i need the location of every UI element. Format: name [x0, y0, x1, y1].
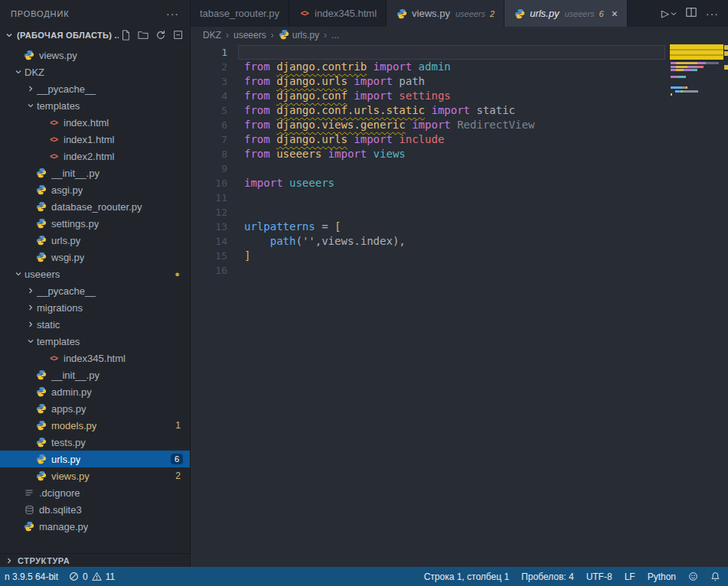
new-file-icon[interactable]	[120, 30, 131, 41]
tree-item-index1.html[interactable]: <>index1.html	[0, 131, 190, 148]
file-label: db.sqlite3	[39, 504, 82, 516]
line-number: 11	[191, 190, 227, 205]
tree-item-admin.py[interactable]: admin.py	[0, 383, 190, 400]
code-line-7[interactable]: 7from django.urls import include	[191, 132, 728, 147]
run-python-button[interactable]: ▷	[661, 8, 677, 19]
code-line-14[interactable]: 14 path('',views.index),	[191, 234, 728, 249]
line-number: 5	[191, 103, 227, 118]
tree-item-apps.py[interactable]: apps.py	[0, 400, 190, 417]
html-file-icon: <>	[299, 8, 310, 19]
encoding-status[interactable]: UTF-8	[586, 571, 612, 582]
indentation-status[interactable]: Пробелов: 4	[521, 571, 574, 582]
code-line-6[interactable]: 6from django.views.generic import Redire…	[191, 118, 728, 132]
collapse-all-icon[interactable]	[173, 30, 184, 41]
tree-item-asgi.py[interactable]: asgi.py	[0, 181, 190, 198]
html-file-icon: <>	[47, 133, 60, 145]
tree-item-index345.html[interactable]: <>index345.html	[0, 350, 190, 366]
new-folder-icon[interactable]	[138, 30, 149, 41]
tree-folder-templates[interactable]: templates	[0, 97, 190, 114]
feedback-icon[interactable]	[688, 571, 698, 581]
refresh-icon[interactable]	[155, 30, 166, 41]
tree-folder-useeers[interactable]: useeers●	[0, 265, 190, 282]
tab-title: tabase_roouter.py	[200, 8, 279, 19]
tree-folder-static[interactable]: static	[0, 316, 190, 333]
tab-urls.py[interactable]: urls.pyuseeers6×	[504, 0, 628, 27]
tree-item-views.py[interactable]: views.py	[0, 47, 190, 63]
tree-item-database_roouter.py[interactable]: database_roouter.py	[0, 198, 190, 215]
code-text: from django.conf.urls.static import stat…	[227, 103, 515, 118]
tree-item-__init__.py[interactable]: __init__.py	[0, 164, 190, 181]
file-label: index345.html	[64, 353, 126, 364]
python-file-icon	[514, 8, 525, 19]
outline-section-header[interactable]: СТРУКТУРА	[0, 553, 190, 567]
tree-item-urls.py[interactable]: urls.py6	[0, 451, 190, 467]
tree-item-__init__.py[interactable]: __init__.py	[0, 366, 190, 383]
tree-folder-__pycache__[interactable]: __pycache__	[0, 80, 190, 97]
workspace-section-header[interactable]: (РАБОЧАЯ ОБЛАСТЬ) ...	[0, 27, 190, 44]
file-label: views.py	[39, 50, 77, 61]
file-label: admin.py	[51, 386, 92, 398]
split-editor-icon[interactable]	[686, 7, 697, 21]
code-line-2[interactable]: 2from django.contrib import admin	[191, 60, 728, 74]
python-interpreter-status[interactable]: n 3.9.5 64-bit	[5, 571, 58, 582]
tree-item-tests.py[interactable]: tests.py	[0, 434, 190, 451]
file-label: index2.html	[64, 151, 114, 162]
code-line-16[interactable]: 16	[191, 263, 728, 278]
minimap-line	[671, 66, 704, 68]
line-number: 9	[191, 161, 227, 176]
code-text: from django.contrib import admin	[227, 60, 451, 74]
code-line-1[interactable]: 1	[191, 45, 728, 60]
tree-item-index.html[interactable]: <>index.html	[0, 114, 190, 131]
tab-index345.html[interactable]: <>index345.html	[289, 0, 387, 27]
editor-more-icon[interactable]: ···	[706, 8, 719, 20]
explorer-more-icon[interactable]: ···	[166, 8, 179, 20]
bell-icon[interactable]	[710, 571, 720, 581]
breadcrumb-item-...[interactable]: ...	[331, 30, 339, 41]
tree-item-views.py[interactable]: views.py2	[0, 467, 190, 484]
code-line-5[interactable]: 5from django.conf.urls.static import sta…	[191, 103, 728, 118]
tree-folder-templates[interactable]: templates	[0, 333, 190, 350]
line-number: 4	[191, 89, 227, 103]
file-label: migrations	[37, 302, 83, 314]
code-line-12[interactable]: 12	[191, 205, 728, 220]
code-line-15[interactable]: 15]	[191, 249, 728, 263]
language-mode-status[interactable]: Python	[648, 571, 676, 582]
code-line-13[interactable]: 13urlpatterns = [	[191, 220, 728, 234]
tree-item-urls.py[interactable]: urls.py	[0, 232, 190, 249]
breadcrumb-item-urls.py[interactable]: urls.py	[279, 29, 319, 42]
run-icon: ▷	[661, 8, 669, 19]
tree-item-manage.py[interactable]: manage.py	[0, 518, 190, 535]
tab-tabase_roouter.py[interactable]: tabase_roouter.py	[191, 0, 289, 27]
warning-icon	[92, 571, 102, 581]
tree-folder-DKZ[interactable]: DKZ	[0, 63, 190, 80]
minimap[interactable]	[670, 44, 725, 567]
tab-title: index345.html	[315, 8, 377, 19]
code-line-8[interactable]: 8from useeers import views	[191, 147, 728, 161]
tree-item-settings.py[interactable]: settings.py	[0, 215, 190, 232]
breadcrumb-item-DKZ[interactable]: DKZ	[203, 30, 221, 41]
tree-item-models.py[interactable]: models.py1	[0, 417, 190, 434]
breadcrumb-label: useeers	[233, 30, 266, 41]
tree-item-db.sqlite3[interactable]: db.sqlite3	[0, 501, 190, 518]
code-line-10[interactable]: 10import useeers	[191, 176, 728, 190]
tree-folder-__pycache__[interactable]: __pycache__	[0, 282, 190, 299]
code-line-4[interactable]: 4from django.conf import settings	[191, 89, 728, 103]
code-line-3[interactable]: 3from django.urls import path	[191, 74, 728, 89]
problems-status[interactable]: 0 11	[69, 571, 115, 582]
close-icon[interactable]: ×	[612, 8, 618, 20]
python-file-icon	[35, 167, 47, 179]
breadcrumb-item-useeers[interactable]: useeers	[233, 30, 266, 41]
cursor-position-status[interactable]: Строка 1, столбец 1	[424, 571, 509, 582]
tab-views.py[interactable]: views.pyuseeers2	[387, 0, 504, 27]
python-file-icon	[23, 520, 35, 532]
tree-item-.dcignore[interactable]: .dcignore	[0, 484, 190, 501]
file-label: apps.py	[51, 403, 87, 415]
code-line-11[interactable]: 11	[191, 190, 728, 205]
tree-folder-migrations[interactable]: migrations	[0, 299, 190, 316]
tree-item-index2.html[interactable]: <>index2.html	[0, 148, 190, 164]
eol-status[interactable]: LF	[625, 571, 635, 582]
code-editor[interactable]: 12from django.contrib import admin3from …	[191, 44, 728, 567]
code-line-9[interactable]: 9	[191, 161, 728, 176]
chevron-down-icon	[671, 11, 677, 17]
tree-item-wsgi.py[interactable]: wsgi.py	[0, 249, 190, 265]
